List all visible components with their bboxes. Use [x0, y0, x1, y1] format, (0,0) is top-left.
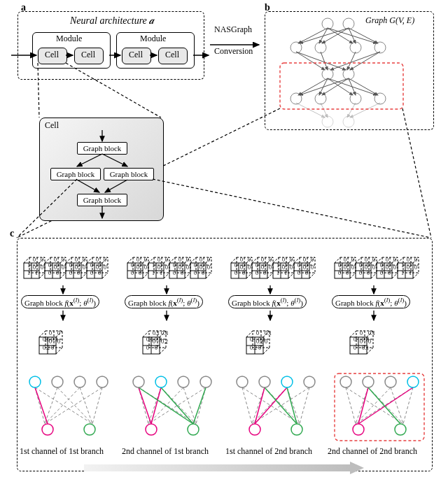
svg-text:0.8: 0.8 — [362, 336, 369, 343]
bipartite-graph — [330, 371, 435, 448]
svg-point-471 — [340, 376, 351, 387]
svg-rect-477 — [84, 464, 350, 471]
svg-text:0: 0 — [354, 336, 356, 343]
svg-point-473 — [385, 376, 396, 387]
svg-text:0.1: 0.1 — [368, 330, 375, 336]
svg-text:0: 0 — [354, 345, 356, 351]
column-caption: 2nd channel of 2nd branch — [323, 446, 421, 457]
output-tensor: 0 0.1 0 0 0 0.8 0 0.1 — [344, 323, 428, 365]
svg-text:0.1: 0.1 — [362, 345, 369, 351]
svg-point-476 — [395, 424, 406, 435]
svg-point-475 — [353, 424, 364, 435]
gradient-arrow — [84, 462, 364, 476]
svg-line-465 — [391, 387, 403, 424]
svg-text:0: 0 — [360, 330, 363, 336]
svg-point-474 — [407, 376, 419, 387]
svg-point-472 — [363, 376, 374, 387]
